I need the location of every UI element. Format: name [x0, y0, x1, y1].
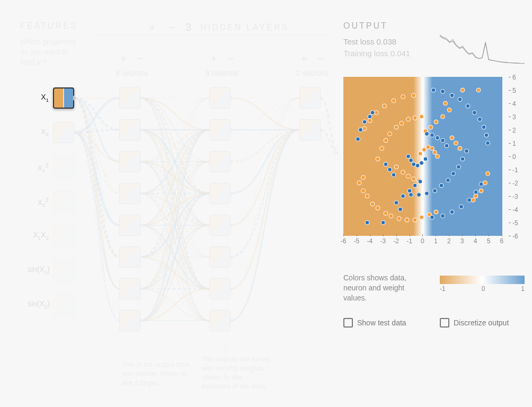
svg-point-77 [445, 144, 449, 148]
hidden-layers-header: + − 3 HIDDEN LAYERS [147, 21, 289, 33]
feature-5[interactable] [53, 225, 74, 246]
output-plot[interactable] [343, 77, 502, 236]
neuron[interactable] [119, 119, 140, 140]
svg-point-28 [418, 152, 422, 156]
svg-point-54 [375, 111, 379, 115]
neuron-count: 2 neurons [296, 69, 329, 77]
feature-label: X22 [28, 196, 49, 208]
discretize-output-checkbox[interactable]: Discretize output [440, 318, 509, 328]
neuron[interactable] [299, 87, 321, 109]
add-neuron-button[interactable]: + [208, 53, 219, 65]
add-neuron-button[interactable]: + [298, 53, 309, 65]
svg-point-110 [479, 182, 483, 187]
color-legend-ticks: -101 [440, 285, 525, 293]
feature-4[interactable] [53, 191, 74, 212]
neuron[interactable] [119, 87, 140, 109]
svg-point-9 [405, 218, 409, 222]
neuron[interactable] [209, 151, 230, 172]
svg-point-53 [383, 104, 387, 108]
remove-neuron-button[interactable]: − [225, 53, 236, 65]
neuron-count: 8 neurons [206, 69, 238, 77]
svg-point-95 [418, 180, 422, 184]
svg-point-72 [439, 183, 444, 188]
neuron[interactable] [119, 278, 140, 299]
svg-point-65 [441, 90, 445, 94]
svg-point-98 [362, 120, 367, 124]
neuron[interactable] [119, 246, 140, 268]
svg-point-40 [429, 125, 433, 129]
neuron[interactable] [209, 87, 230, 109]
svg-point-23 [394, 165, 398, 169]
add-layer-button[interactable]: + [147, 22, 159, 33]
svg-point-63 [458, 98, 462, 102]
svg-point-57 [486, 141, 490, 145]
output-y-axis: -6-5-4-3-2-10123456 [506, 77, 521, 236]
output-title: OUTPUT [343, 21, 388, 31]
checkbox-icon [440, 318, 449, 328]
svg-point-50 [412, 93, 416, 98]
neuron[interactable] [209, 215, 230, 236]
feature-label: X1X2 [28, 231, 49, 241]
show-test-data-checkbox[interactable]: Show test data [343, 318, 406, 328]
svg-point-22 [420, 114, 424, 119]
svg-point-58 [484, 133, 489, 137]
neuron[interactable] [299, 119, 321, 140]
remove-neuron-button[interactable]: − [135, 53, 146, 65]
svg-point-74 [425, 191, 429, 196]
svg-point-7 [389, 214, 393, 218]
svg-point-8 [397, 217, 401, 221]
neuron[interactable] [119, 183, 140, 204]
svg-point-96 [370, 111, 375, 115]
weights-callout: The outputs are mixed with varying weigh… [201, 355, 270, 391]
color-legend-bar [440, 276, 525, 284]
svg-point-86 [409, 158, 413, 163]
svg-point-107 [459, 205, 464, 209]
feature-2[interactable] [53, 122, 74, 143]
neuron[interactable] [209, 119, 230, 140]
neuron[interactable] [209, 278, 230, 299]
svg-point-24 [401, 170, 405, 174]
divider [95, 35, 329, 36]
svg-point-84 [415, 164, 420, 168]
remove-neuron-button[interactable]: − [315, 53, 326, 65]
svg-point-109 [474, 190, 478, 194]
svg-point-17 [388, 132, 392, 136]
remove-layer-button[interactable]: − [166, 22, 178, 33]
svg-point-68 [460, 157, 465, 161]
hidden-layer-count: 3 [185, 21, 193, 33]
feature-3[interactable] [53, 156, 74, 178]
neuron[interactable] [209, 183, 230, 204]
neuron[interactable] [119, 215, 140, 236]
neuron[interactable] [209, 310, 230, 331]
svg-point-56 [362, 127, 367, 131]
svg-point-87 [406, 154, 411, 158]
svg-point-10 [413, 218, 417, 222]
add-neuron-button[interactable]: + [118, 53, 129, 65]
svg-point-32 [433, 151, 437, 155]
svg-point-44 [479, 189, 483, 193]
svg-point-75 [417, 193, 421, 197]
feature-1[interactable] [53, 87, 74, 109]
svg-point-15 [380, 146, 384, 151]
feature-6[interactable] [53, 260, 74, 281]
svg-point-73 [433, 189, 437, 193]
svg-point-62 [466, 104, 470, 108]
svg-point-82 [423, 157, 428, 161]
neuron[interactable] [209, 246, 230, 268]
svg-point-0 [357, 181, 361, 185]
feature-label: X12 [28, 162, 49, 173]
output-x-axis: -6-5-4-3-2-10123456 [343, 237, 502, 248]
svg-point-97 [368, 114, 372, 119]
svg-point-100 [356, 137, 360, 141]
color-legend-text: Colors shows data, neuron and weight val… [343, 273, 428, 303]
neuron[interactable] [119, 310, 140, 331]
svg-point-42 [471, 198, 475, 202]
neuron[interactable] [119, 151, 140, 172]
neuron-callout: This is the output from one neuron. Hove… [122, 360, 191, 387]
feature-7[interactable] [53, 294, 74, 315]
svg-point-51 [401, 95, 405, 99]
svg-point-13 [434, 210, 438, 214]
layer-3-header: +−2 neurons [296, 53, 329, 77]
svg-point-43 [474, 194, 478, 198]
svg-point-14 [376, 157, 380, 161]
